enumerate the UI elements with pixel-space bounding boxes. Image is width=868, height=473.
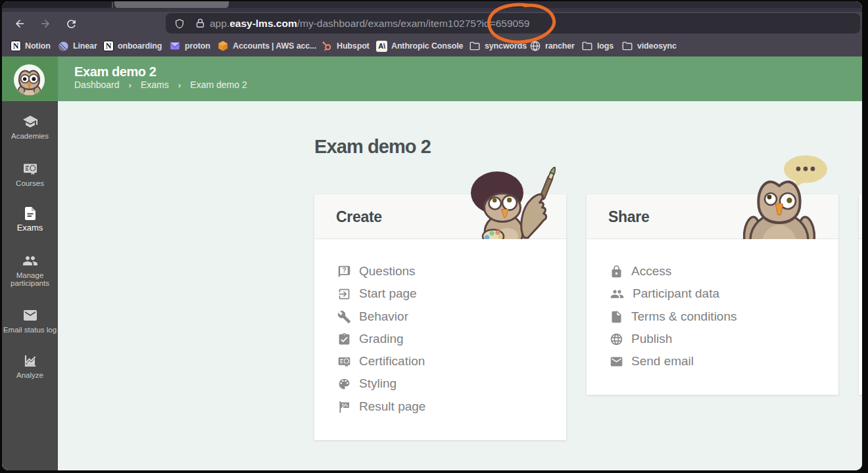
svg-text:?: ? bbox=[342, 266, 346, 273]
